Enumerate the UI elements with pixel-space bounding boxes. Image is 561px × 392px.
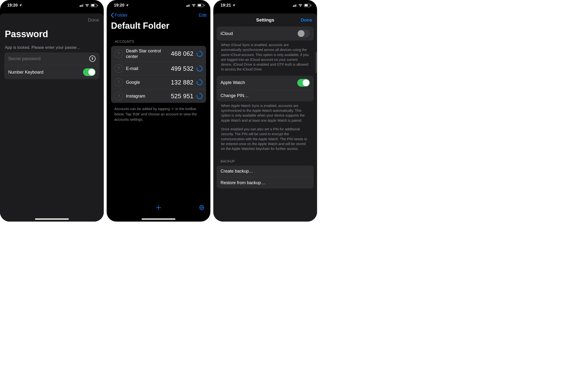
status-bar: 19:21 (213, 0, 317, 11)
location-icon (19, 4, 22, 7)
account-code: 132 882 (171, 79, 194, 86)
account-placeholder-icon: ? (114, 49, 123, 58)
icloud-toggle[interactable] (297, 30, 310, 37)
backup-header: BACKUP (213, 155, 317, 166)
timer-ring-icon (196, 65, 203, 72)
lock-message: App is locked. Please enter your passw… (0, 41, 104, 52)
number-keyboard-label: Number Keyboard (8, 70, 83, 75)
location-icon (126, 4, 129, 7)
account-placeholder-icon: ? (114, 78, 123, 87)
apple-watch-toggle[interactable] (297, 79, 310, 87)
account-row[interactable]: ? Instagram 525 951 (111, 89, 206, 103)
status-time: 19:20 (114, 3, 124, 8)
settings-button[interactable] (199, 205, 205, 211)
account-code: 468 062 (171, 50, 194, 57)
password-manager-icon[interactable] (89, 55, 96, 62)
accounts-list: ? Death Star control center 468 062 ? E-… (111, 46, 206, 103)
back-label: Folder (115, 12, 128, 18)
signal-icon (186, 4, 190, 7)
account-row[interactable]: ? Google 132 882 (111, 76, 206, 89)
accounts-footer: Accounts can be added by tapping '+' in … (107, 103, 210, 125)
restore-backup-row[interactable]: Restore from backup… (217, 177, 314, 188)
svg-point-0 (92, 58, 93, 59)
accounts-header: ACCOUNTS (107, 33, 210, 46)
change-pin-label: Change PIN… (221, 93, 310, 98)
location-icon (232, 4, 236, 7)
settings-title: Settings (256, 17, 274, 23)
back-button[interactable]: Folder (110, 12, 128, 18)
page-title: Password (0, 25, 104, 41)
change-pin-row[interactable]: Change PIN… (217, 90, 314, 101)
home-indicator[interactable] (142, 218, 175, 220)
folder-screen: 19:20 Folder Edit Default Folder ACCOUNT… (107, 0, 210, 222)
timer-ring-icon (196, 79, 203, 86)
battery-icon (197, 4, 205, 7)
timer-ring-icon (196, 51, 203, 57)
status-time: 19:20 (7, 3, 18, 8)
timer-ring-icon (196, 93, 203, 99)
status-bar: 19:20 (0, 0, 104, 11)
signal-icon (293, 4, 297, 7)
account-name: Instagram (126, 93, 168, 99)
password-screen: 19:20 Done Password App is locked. Pleas… (0, 0, 104, 222)
scroll-indicator[interactable] (316, 52, 317, 73)
status-time: 19:21 (221, 3, 231, 8)
status-bar: 19:20 (107, 0, 210, 11)
account-code: 499 532 (171, 65, 194, 72)
folder-title: Default Folder (107, 20, 210, 33)
gear-icon (199, 205, 205, 210)
plus-icon (156, 205, 162, 210)
wifi-icon (298, 4, 302, 7)
done-button[interactable]: Done (88, 17, 99, 23)
account-code: 525 951 (171, 93, 194, 100)
wifi-icon (192, 4, 196, 7)
account-placeholder-icon: ? (114, 64, 123, 73)
password-input[interactable] (8, 56, 89, 61)
svg-point-9 (201, 207, 203, 208)
account-name: E-mail (126, 66, 168, 71)
battery-icon (91, 4, 98, 7)
edit-button[interactable]: Edit (199, 12, 206, 18)
icloud-description: When iCloud Sync is enabled, accounts ar… (213, 41, 317, 76)
account-row[interactable]: ? E-mail 499 532 (111, 62, 206, 76)
wifi-icon (85, 4, 89, 7)
signal-icon (80, 4, 84, 7)
settings-screen: 19:21 Settings Done iCloud W (213, 0, 317, 222)
create-backup-row[interactable]: Create backup… (217, 166, 314, 177)
restore-backup-label: Restore from backup… (221, 180, 310, 185)
watch-description-2: Once enabled you can also set a PIN for … (213, 127, 317, 155)
account-placeholder-icon: ? (114, 92, 123, 100)
account-name: Google (126, 80, 168, 85)
account-row[interactable]: ? Death Star control center 468 062 (111, 46, 206, 62)
account-name: Death Star control center (126, 48, 168, 59)
home-indicator[interactable] (35, 218, 69, 220)
chevron-left-icon (110, 12, 114, 18)
battery-icon (304, 4, 311, 7)
icloud-label: iCloud (221, 31, 297, 36)
done-button[interactable]: Done (301, 17, 313, 23)
apple-watch-label: Apple Watch (221, 80, 297, 85)
number-keyboard-toggle[interactable] (83, 68, 96, 76)
watch-description-1: When Apple Watch Sync is enabled, accoun… (213, 101, 317, 127)
create-backup-label: Create backup… (221, 169, 310, 174)
add-button[interactable] (156, 205, 162, 212)
